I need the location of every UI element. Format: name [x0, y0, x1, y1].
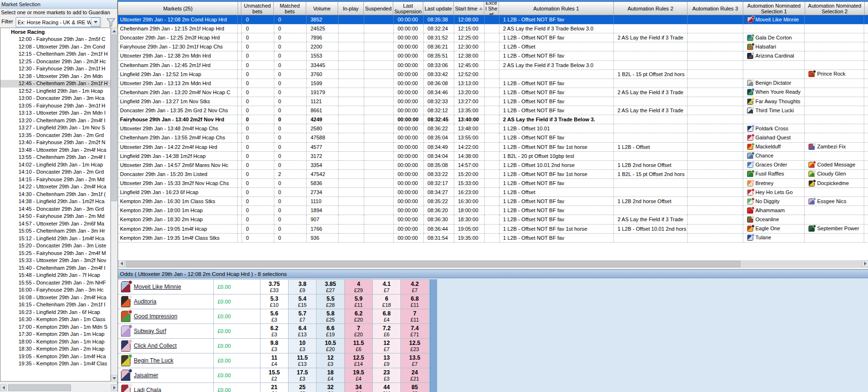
market-list-item[interactable]: 16:30 - Kempton 29th Jan - 1m Class: [0, 316, 110, 323]
market-list-item[interactable]: 13:35 - Doncaster 29th Jan - 2m Grd: [0, 132, 110, 139]
market-row[interactable]: Cheltenham 29th Jan - 13:55 2m4f Hcap Ch…: [118, 133, 868, 142]
market-list-item[interactable]: 15:25 - Fairyhouse 29th Jan - 2m4f M: [0, 250, 110, 257]
column-header-volume[interactable]: Volume: [306, 2, 338, 15]
price-cell[interactable]: 4£29: [345, 280, 373, 294]
scroll-right-button[interactable]: [111, 384, 118, 391]
runner-name-link[interactable]: Auditoria: [134, 298, 156, 305]
column-header-unmatched-bets[interactable]: Unmatched bets: [241, 2, 274, 15]
market-row[interactable]: Lingfield 29th Jan - 13:27 1m Nov Stks00…: [118, 97, 868, 106]
market-list-item[interactable]: 15:05 - Cheltenham 29th Jan - 3m Hr: [0, 227, 110, 235]
market-row[interactable]: Uttoxeter 29th Jan - 14:22 2m4f Hcap Hrd…: [118, 143, 868, 152]
column-header-start-time[interactable]: Start time: [454, 2, 484, 15]
scroll-left-button[interactable]: [0, 384, 7, 391]
runner-name-link[interactable]: Jaisalmer: [134, 372, 158, 379]
column-header-last-update[interactable]: Last update: [423, 2, 454, 15]
runner-name-link[interactable]: Ladi Chala: [134, 387, 161, 392]
scroll-up-button[interactable]: [111, 28, 118, 34]
price-cell[interactable]: 4.1£7: [373, 280, 401, 294]
market-list-item[interactable]: 18:00 - Kempton 29th Jan - 1m Hcap: [0, 338, 110, 346]
market-list-item[interactable]: 17:00 - Kempton 29th Jan - 1m Mdn S: [0, 323, 110, 331]
sidebar-hscroll-thumb[interactable]: [8, 384, 71, 391]
filter-funnel-icon[interactable]: [106, 17, 116, 28]
price-cell[interactable]: 9.8£3: [260, 339, 289, 353]
market-list-item[interactable]: 19:35 - Kempton 29th Jan - 1m4f Clas: [0, 360, 110, 368]
market-row[interactable]: Kempton 29th Jan - 16:30 1m Class Stks00…: [118, 197, 868, 206]
column-header-suspended[interactable]: Suspended: [364, 2, 393, 15]
price-cell[interactable]: 6.2£20: [345, 309, 373, 323]
price-cell[interactable]: 11£4: [260, 353, 289, 368]
price-cell[interactable]: 10£3: [289, 339, 317, 353]
market-row[interactable]: Cheltenham 29th Jan - 13:20 2m4f Nov Hca…: [118, 88, 868, 97]
market-list-item[interactable]: 13:20 - Cheltenham 29th Jan - 2m4f I: [0, 117, 110, 125]
price-cell[interactable]: 3.8£9: [289, 280, 317, 294]
market-row[interactable]: Lingfield 29th Jan - 12:52 1m Hcap003760…: [118, 70, 868, 79]
filter-dropdown-button[interactable]: [91, 18, 100, 27]
price-cell[interactable]: 5.4£15: [289, 294, 317, 309]
market-list-item[interactable]: 13:13 - Uttoxeter 29th Jan - 2m Mdn I: [0, 109, 110, 117]
price-cell[interactable]: 7£11: [401, 309, 429, 323]
runner-name-link[interactable]: Click And Collect: [134, 343, 177, 349]
market-list-item[interactable]: 14:57 - Uttoxeter 29th Jan - 2m6f Ma: [0, 220, 110, 228]
price-cell[interactable]: 21£4: [260, 383, 289, 392]
price-cell[interactable]: 4.2£7: [401, 280, 429, 294]
market-list-item[interactable]: 14:45 - Doncaster 29th Jan - 3m Grd: [0, 206, 110, 213]
market-row[interactable]: Kempton 29th Jan - 18:30 2m Hcap0090700:…: [118, 215, 868, 224]
market-list-item[interactable]: 13:55 - Cheltenham 29th Jan - 2m4f I: [0, 154, 110, 161]
price-cell[interactable]: 13£9: [373, 353, 401, 368]
price-cell[interactable]: 24£21: [401, 368, 429, 382]
price-cell[interactable]: 3.85£27: [317, 280, 345, 294]
market-list-item[interactable]: 15:12 - Lingfield 29th Jan - 1m4f Hca: [0, 235, 110, 243]
market-list-item[interactable]: 12:45 - Cheltenham 29th Jan - 2m1f H: [0, 80, 110, 88]
runner-name-link[interactable]: Begin The Luck: [134, 357, 173, 364]
price-cell[interactable]: 6.8£11: [401, 294, 429, 309]
market-row[interactable]: Uttoxeter 29th Jan - 14:57 2m6f Mares No…: [118, 161, 868, 170]
price-cell[interactable]: 3.75£33: [260, 280, 289, 294]
column-header-automation-nominated-selection-2[interactable]: Automation Nominated Selection 2: [805, 2, 865, 15]
runner-name-link[interactable]: Moveit Like Minnie: [134, 284, 181, 290]
column-header-automation-nominated-selection-1[interactable]: Automation Nominated Selection 1: [743, 2, 805, 15]
market-list-item[interactable]: 12:30 - Fairyhouse 29th Jan - 2m1f H: [0, 65, 110, 73]
scroll-down-button[interactable]: [111, 375, 118, 382]
market-list-item[interactable]: 13:00 - Doncaster 29th Jan - 3m Hca: [0, 95, 110, 102]
market-list-item[interactable]: 14:38 - Lingfield 29th Jan - 1m2f Hca: [0, 198, 110, 206]
column-header-matched-bets[interactable]: Matched bets: [274, 2, 306, 15]
price-cell[interactable]: 34£4: [345, 383, 373, 392]
column-header-excel-sheet[interactable]: Excel Sheet: [484, 2, 499, 15]
market-list-item[interactable]: 14:15 - Fairyhouse 29th Jan - 2m Md: [0, 176, 110, 184]
market-row[interactable]: Lingfield 29th Jan - 16:23 6f Hcap002734…: [118, 188, 868, 197]
price-cell[interactable]: 5.9£11: [345, 294, 373, 309]
column-header-spacer[interactable]: [865, 2, 868, 15]
price-cell[interactable]: 10.5£20: [317, 339, 345, 353]
price-cell[interactable]: 19.5£4: [345, 368, 373, 382]
price-cell[interactable]: 11.5£6: [345, 339, 373, 353]
market-list-item[interactable]: 19:05 - Kempton 29th Jan - 1m4f Hca: [0, 353, 110, 361]
market-row[interactable]: Fairyhouse 29th Jan - 12:30 2m1f Hcap Ch…: [118, 42, 868, 51]
table-hscroll-thumb[interactable]: [126, 261, 740, 267]
price-cell[interactable]: 5.8£25: [317, 309, 345, 323]
market-list-item[interactable]: 14:02 - Lingfield 29th Jan - 1m Hcap: [0, 161, 110, 169]
market-list-item[interactable]: 14:30 - Cheltenham 29th Jan - 3m1f (: [0, 191, 110, 198]
market-row[interactable]: Uttoxeter 29th Jan - 12:38 2m Mdn Hrd001…: [118, 51, 868, 60]
market-row[interactable]: Fairyhouse 29th Jan - 13:40 2m2f Nov Hrd…: [118, 115, 868, 124]
column-header-in-play[interactable]: In-play: [338, 2, 364, 15]
market-list-item[interactable]: 13:27 - Lingfield 29th Jan - 1m Nov S: [0, 124, 110, 132]
runner-name-link[interactable]: Good Impression: [134, 313, 177, 320]
table-scroll-right-button[interactable]: [862, 260, 868, 267]
price-cell[interactable]: 12.5£14: [345, 353, 373, 368]
runner-name-link[interactable]: Subway Surf: [134, 328, 166, 334]
market-row[interactable]: Kempton 29th Jan - 18:00 1m Hcap00189400…: [118, 206, 868, 215]
price-cell[interactable]: 6£18: [373, 294, 401, 309]
price-cell[interactable]: 11.5£13: [289, 353, 317, 368]
price-cell[interactable]: 15.5£2: [260, 368, 289, 382]
market-row[interactable]: Lingfield 29th Jan - 14:38 1m2f Hcap0031…: [118, 152, 868, 161]
price-cell[interactable]: 85£3: [401, 383, 429, 392]
price-cell[interactable]: 23£3: [373, 368, 401, 382]
market-row[interactable]: Kempton 29th Jan - 19:35 1m4f Class Stks…: [118, 234, 868, 243]
price-cell[interactable]: 5.6£3: [260, 309, 289, 323]
market-list-item[interactable]: 16:00 - Fairyhouse 29th Jan - 3m Hc: [0, 286, 110, 294]
price-cell[interactable]: 12£3: [317, 353, 345, 368]
market-list-item[interactable]: 15:40 - Cheltenham 29th Jan - 2m4f I: [0, 265, 110, 272]
market-list-item[interactable]: 12:25 - Doncaster 29th Jan - 2m3f Hc: [0, 58, 110, 66]
price-cell[interactable]: 7.4£71: [401, 324, 429, 338]
price-cell[interactable]: 12£7: [373, 339, 401, 353]
